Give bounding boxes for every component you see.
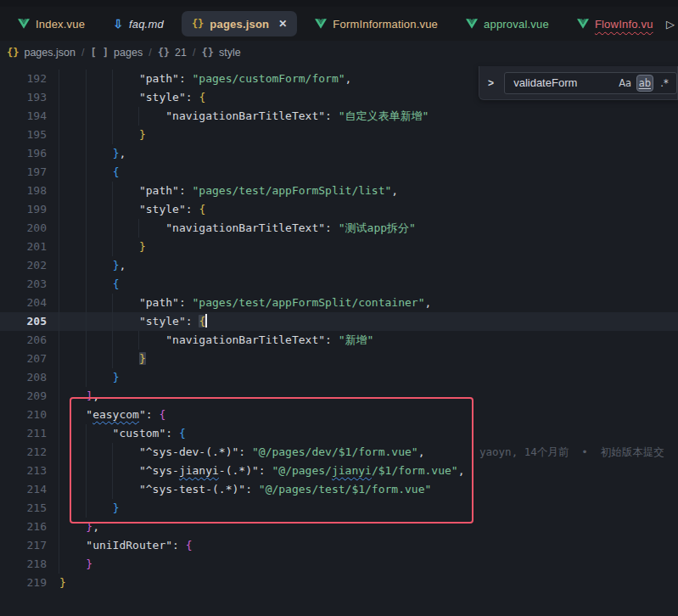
code-token (59, 501, 113, 514)
line-number[interactable]: 196 (0, 144, 47, 163)
code-line[interactable]: 218 } (0, 555, 678, 574)
code-token: "navigationBarTitleText": (59, 109, 339, 122)
code-line[interactable]: 206 "navigationBarTitleText": "新增" (0, 331, 678, 350)
tab-pages-json[interactable]: {}pages.json✕ (182, 11, 297, 36)
code-token: "@/pages/dev/$1/form.vue" (252, 445, 418, 458)
line-number[interactable]: 201 (0, 238, 47, 256)
code-line[interactable]: 207 } (0, 350, 678, 368)
code-line[interactable]: 209 ], (0, 387, 678, 406)
code-line[interactable]: 200 "navigationBarTitleText": "测试app拆分" (0, 219, 678, 238)
tab-index-vue[interactable]: Index.vue (8, 11, 95, 36)
line-number[interactable]: 212 (0, 443, 47, 462)
regex-button[interactable]: .* (656, 75, 673, 92)
code-line[interactable]: 196 }, (0, 144, 678, 163)
code-line[interactable]: 216 }, (0, 518, 678, 536)
line-number[interactable]: 195 (0, 126, 47, 144)
line-number[interactable]: 209 (0, 387, 47, 406)
code-token (59, 520, 86, 533)
breadcrumb-item-style[interactable]: {}style (201, 47, 240, 59)
code-line[interactable]: 194 "navigationBarTitleText": "自定义表单新增" (0, 107, 678, 126)
line-number[interactable]: 214 (0, 480, 47, 499)
line-number[interactable]: 204 (0, 294, 47, 312)
line-number[interactable]: 203 (0, 275, 47, 294)
line-number[interactable]: 210 (0, 406, 47, 424)
code-line[interactable]: 199 "style": { (0, 200, 678, 219)
code-text: "navigationBarTitleText": "自定义表单新增" (59, 107, 429, 126)
code-token: "navigationBarTitleText": (59, 221, 339, 234)
line-number[interactable]: 213 (0, 462, 47, 480)
code-line[interactable]: 202 }, (0, 256, 678, 275)
find-expand-chevron-icon[interactable]: > (485, 77, 497, 89)
line-number[interactable]: 217 (0, 536, 47, 555)
code-text: "style": { (59, 200, 205, 219)
line-number[interactable]: 208 (0, 368, 47, 387)
code-line[interactable]: 213 "^sys-jianyi-(.*)": "@/pages/jianyi/… (0, 462, 678, 480)
code-text: "path": "pages/customForm/form", (59, 70, 351, 88)
code-line[interactable]: 217 "uniIdRouter": { (0, 536, 678, 555)
tab-flowinfo-vu[interactable]: FlowInfo.vu (567, 11, 664, 36)
line-number[interactable]: 216 (0, 518, 47, 536)
tab-overflow-chevron-icon[interactable]: ▷ (666, 18, 675, 31)
code-line[interactable]: 219} (0, 574, 678, 592)
code-line[interactable]: 195 } (0, 126, 678, 144)
code-line[interactable]: 212 "^sys-dev-(.*)": "@/pages/dev/$1/for… (0, 443, 678, 462)
tab-label: Index.vue (36, 18, 85, 31)
line-number[interactable]: 206 (0, 331, 47, 350)
line-number[interactable]: 198 (0, 182, 47, 200)
code-editor[interactable]: 192 "path": "pages/customForm/form",193 … (0, 64, 678, 616)
line-number[interactable]: 197 (0, 163, 47, 182)
tab-approval-vue[interactable]: approval.vue (456, 11, 559, 36)
code-token: "style": (59, 315, 199, 328)
code-line[interactable]: 197 { (0, 163, 678, 182)
window-top-strip (0, 0, 678, 7)
line-number[interactable]: 219 (0, 574, 47, 592)
code-token (59, 165, 113, 178)
find-options: Aaab.* (617, 73, 673, 93)
code-token: } (86, 557, 92, 570)
vue-icon (18, 19, 30, 29)
code-token: } (139, 240, 146, 253)
line-number[interactable]: 194 (0, 107, 47, 126)
code-token: " (59, 408, 92, 421)
line-number[interactable]: 218 (0, 555, 47, 574)
code-line[interactable]: 201 } (0, 238, 678, 256)
close-icon[interactable]: ✕ (278, 18, 287, 30)
text-cursor (205, 314, 207, 328)
code-line[interactable]: 208 } (0, 368, 678, 387)
breadcrumb-separator: / (81, 47, 84, 59)
code-line[interactable]: 204 "path": "pages/test/appFormSplit/con… (0, 294, 678, 312)
line-number[interactable]: 205 (0, 312, 47, 331)
breadcrumb-item-21[interactable]: {}21 (158, 47, 187, 59)
line-number[interactable]: 192 (0, 70, 47, 88)
line-number[interactable]: 215 (0, 499, 47, 518)
code-line[interactable]: 198 "path": "pages/test/appFormSplit/lis… (0, 182, 678, 200)
code-token: "pages/customForm/form" (193, 72, 345, 85)
line-number[interactable]: 211 (0, 424, 47, 443)
breadcrumb-item-pages[interactable]: [ ]pages (90, 47, 143, 59)
tab-faq-md[interactable]: ⇩faq.md (103, 11, 174, 36)
code-text: "navigationBarTitleText": "测试app拆分" (59, 219, 416, 238)
code-line[interactable]: 203 { (0, 275, 678, 294)
line-number[interactable]: 200 (0, 219, 47, 238)
code-token: { (113, 277, 120, 290)
code-text: }, (59, 144, 126, 163)
vue-icon (315, 19, 327, 29)
match-case-button[interactable]: Aa (617, 75, 634, 92)
search-input[interactable]: validateForm Aaab.* (504, 72, 677, 94)
line-number[interactable]: 202 (0, 256, 47, 275)
whole-word-button[interactable]: ab (636, 75, 653, 92)
line-number[interactable]: 199 (0, 200, 47, 219)
code-line[interactable]: 211 "custom": { (0, 424, 678, 443)
breadcrumb-item-pages-json[interactable]: {}pages.json (7, 47, 76, 59)
code-line[interactable]: 215 } (0, 499, 678, 518)
code-line[interactable]: 205 "style": { (0, 312, 678, 331)
code-line[interactable]: 214 "^sys-test-(.*)": "@/pages/test/$1/f… (0, 480, 678, 499)
line-number[interactable]: 193 (0, 88, 47, 107)
code-token: "pages/test/appFormSplit/list" (193, 184, 392, 197)
code-token: } (113, 501, 120, 514)
code-line[interactable]: 210 "easycom": { (0, 406, 678, 424)
line-number[interactable]: 207 (0, 350, 47, 368)
tab-forminformation-vue[interactable]: FormInformation.vue (305, 11, 448, 36)
code-text: { (59, 275, 119, 294)
braces-icon: {} (158, 47, 170, 59)
